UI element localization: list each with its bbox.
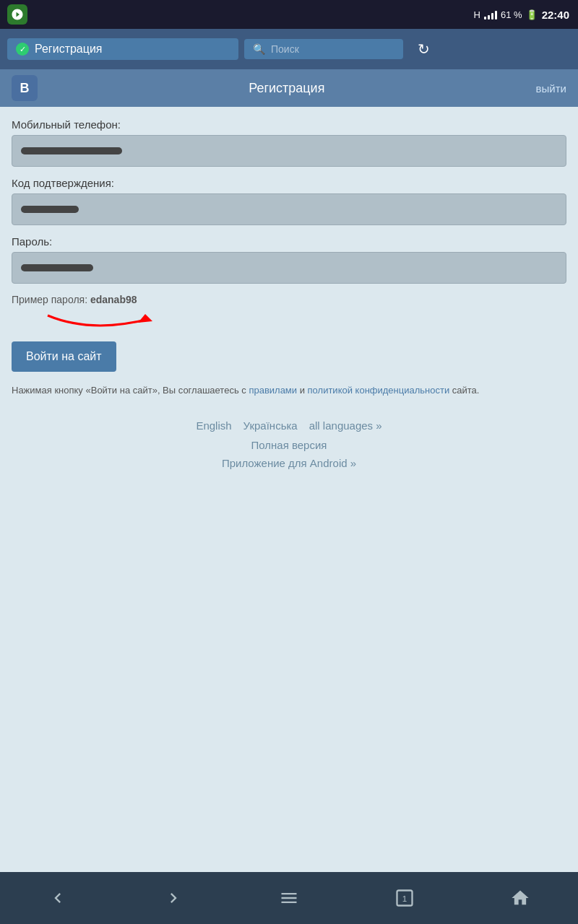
terms-rules-link[interactable]: правилами — [249, 385, 297, 396]
vk-header: B Регистрация выйти — [0, 69, 578, 107]
logout-link[interactable]: выйти — [536, 82, 566, 95]
status-bar: H 61 % 🔋 22:40 — [0, 0, 578, 29]
forward-button[interactable] — [152, 888, 195, 908]
code-input[interactable] — [12, 193, 566, 225]
phone-input[interactable] — [12, 135, 566, 167]
phone-masked-value — [21, 147, 122, 154]
red-arrow-icon — [33, 308, 163, 336]
lang-english-link[interactable]: English — [196, 419, 231, 432]
browser-search-bar[interactable]: 🔍 Поиск — [244, 39, 403, 59]
battery-indicator: 61 % — [501, 9, 522, 20]
lang-all-link[interactable]: all languages » — [309, 419, 382, 432]
terms-and: и — [297, 385, 308, 396]
search-icon: 🔍 — [253, 43, 265, 55]
password-masked-value — [21, 264, 93, 271]
signal-bars — [484, 9, 497, 19]
password-hint-value: edanab98 — [90, 294, 137, 305]
refresh-button[interactable]: ↻ — [409, 35, 438, 64]
arrow-annotation — [12, 308, 566, 337]
browser-tab[interactable]: ✓ Регистрация — [7, 38, 238, 60]
home-button[interactable] — [499, 888, 542, 908]
menu-button[interactable] — [267, 888, 311, 908]
terms-privacy-link[interactable]: политикой конфиденциальности — [308, 385, 450, 396]
bottom-navigation: 1 — [0, 872, 578, 924]
svg-marker-0 — [138, 314, 152, 323]
language-links: English Українська all languages » — [12, 419, 566, 432]
android-app-link[interactable]: Приложение для Android » — [12, 457, 566, 469]
footer-links: English Українська all languages » Полна… — [12, 419, 566, 469]
terms-text: Нажимая кнопку «Войти на сайт», Вы согла… — [12, 383, 566, 398]
secure-icon: ✓ — [16, 43, 29, 56]
vk-logo: B — [12, 75, 38, 101]
password-hint-prefix: Пример пароля: — [12, 294, 90, 305]
network-type: H — [474, 9, 480, 20]
back-button[interactable] — [36, 888, 79, 908]
app-icon — [7, 4, 27, 25]
battery-charging-icon: 🔋 — [526, 9, 538, 20]
terms-prefix: Нажимая кнопку «Войти на сайт», Вы согла… — [12, 385, 249, 396]
code-label: Код подтверждения: — [12, 177, 566, 189]
vk-header-title: Регистрация — [38, 81, 536, 96]
tabs-button[interactable]: 1 — [383, 888, 426, 908]
terms-suffix: сайта. — [449, 385, 479, 396]
tab-title: Регистрация — [35, 43, 103, 56]
password-hint: Пример пароля: edanab98 — [12, 294, 566, 305]
lang-ukrainian-link[interactable]: Українська — [243, 419, 298, 432]
status-time: 22:40 — [542, 9, 569, 21]
main-content: Мобильный телефон: Код подтверждения: Па… — [0, 107, 578, 872]
full-version-link[interactable]: Полная версия — [12, 439, 566, 451]
browser-toolbar: ✓ Регистрация 🔍 Поиск ↻ — [0, 29, 578, 69]
password-input[interactable] — [12, 252, 566, 284]
search-placeholder: Поиск — [271, 43, 299, 55]
password-label: Пароль: — [12, 235, 566, 248]
status-icons: H 61 % 🔋 — [474, 9, 538, 20]
svg-text:1: 1 — [402, 894, 407, 903]
submit-button[interactable]: Войти на сайт — [12, 341, 116, 372]
phone-label: Мобильный телефон: — [12, 118, 566, 131]
code-masked-value — [21, 206, 79, 213]
